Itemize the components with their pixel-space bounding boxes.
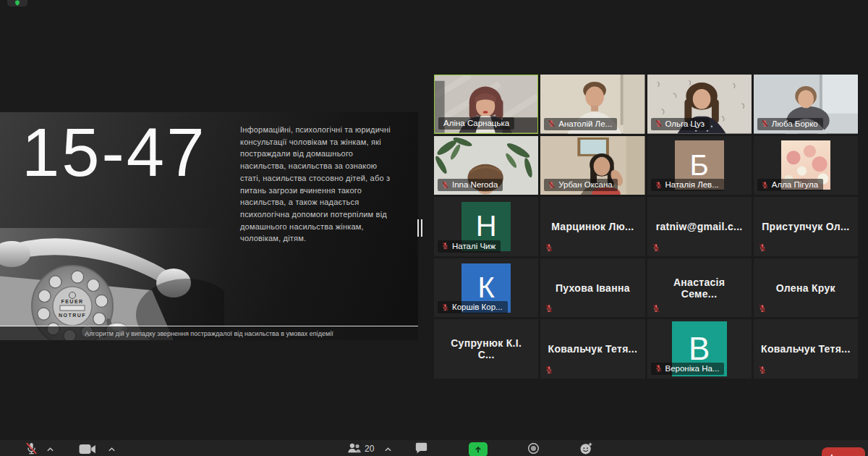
participant-name: Аліна Сарнацька <box>443 119 509 127</box>
participant-name: Олена Крук <box>754 258 858 318</box>
participant-name: Алла Пігула <box>772 180 818 189</box>
participants-count: 20 <box>365 444 374 454</box>
muted-mic-icon <box>655 364 663 372</box>
name-label: Алла Пігула <box>757 179 823 191</box>
hotline-number: 15-47 <box>22 112 206 194</box>
participant-name: Вероніка На... <box>665 364 720 373</box>
rotary-phone-image: FEUER NOTRUF <box>0 228 224 340</box>
name-label: Наталі Чиж <box>438 240 501 253</box>
participant-name: ratniw@gmail.c... <box>647 197 752 256</box>
participant-tile[interactable]: Приступчук Ол... <box>754 197 858 256</box>
muted-mic-icon <box>545 304 553 313</box>
name-label: Ольга Цуз <box>651 118 710 130</box>
participant-tile[interactable]: ratniw@gmail.c... <box>647 197 752 256</box>
video-options-chevron[interactable] <box>108 447 116 452</box>
participant-tile[interactable]: Аліна Сарнацька <box>434 75 538 134</box>
participant-tile[interactable]: Анатолій Ле... <box>540 75 644 134</box>
muted-mic-icon <box>441 181 449 189</box>
participant-tile[interactable]: Б Наталія Лев... <box>647 136 752 195</box>
muted-mic-icon <box>758 366 767 374</box>
muted-mic-icon <box>655 119 663 127</box>
security-badge[interactable] <box>7 0 27 7</box>
participant-name: Люба Борко <box>772 119 818 128</box>
muted-mic-icon <box>548 181 556 189</box>
participant-tile[interactable]: Inna Neroda <box>434 136 538 195</box>
name-label: Урбан Оксана <box>544 179 617 191</box>
name-label: Вероніка На... <box>651 363 725 375</box>
participant-tile[interactable]: Н Наталі Чиж <box>434 197 538 256</box>
muted-mic-icon <box>441 303 449 311</box>
participant-name: Ольга Цуз <box>665 119 705 128</box>
reactions-button[interactable] <box>579 442 593 455</box>
muted-mic-icon <box>758 304 767 313</box>
avatar-letter: Н <box>476 210 497 242</box>
participant-name: Супрунюк К.І. С... <box>434 319 538 379</box>
participant-tile[interactable]: Олена Крук <box>754 258 858 318</box>
participant-tile[interactable]: Супрунюк К.І. С... <box>434 319 538 379</box>
participant-tile[interactable]: Ольга Цуз <box>647 75 752 134</box>
muted-mic-icon <box>652 243 660 252</box>
participant-tile[interactable]: Урбан Оксана <box>540 136 644 195</box>
participant-name: Приступчук Ол... <box>754 197 858 256</box>
name-label: Люба Борко <box>757 118 823 130</box>
participant-name: Марцинюк Лю... <box>540 197 644 256</box>
participant-name: Ковальчук Тетя... <box>540 319 644 379</box>
muted-mic-icon <box>761 181 769 189</box>
participant-tile[interactable]: Алла Пігула <box>754 136 858 195</box>
participant-tile[interactable]: К Коршів Кор... <box>434 258 538 318</box>
participant-tile[interactable]: Марцинюк Лю... <box>540 197 644 256</box>
participant-name: Пухова Іванна <box>540 258 644 318</box>
muted-mic-icon <box>652 304 660 313</box>
zoom-meeting-window: 15-47 Інформаційні, психологічні та юрид… <box>0 0 868 456</box>
name-label: Аліна Сарнацька <box>438 117 514 130</box>
shared-screen-slide: 15-47 Інформаційні, психологічні та юрид… <box>0 112 418 340</box>
share-screen-button[interactable] <box>469 442 488 456</box>
leave-button[interactable]: Leave <box>822 447 865 456</box>
phone-dial-label-bottom: NOTRUF <box>59 313 86 318</box>
name-label: Анатолій Ле... <box>544 118 617 130</box>
slide-caption: Алгоритм дій у випадку звернення постраж… <box>0 326 418 340</box>
participant-name: Наталія Лев... <box>665 180 719 189</box>
muted-mic-icon <box>548 119 556 127</box>
participants-chevron[interactable] <box>384 447 392 452</box>
audio-options-chevron[interactable] <box>46 447 54 452</box>
participant-name: Коршів Кор... <box>452 303 503 311</box>
panel-resize-handle[interactable] <box>417 219 422 237</box>
participant-tile[interactable]: Пухова Іванна <box>540 258 644 318</box>
participants-grid: Аліна Сарнацька Анатолій Ле... <box>434 75 858 379</box>
name-label: Наталія Лев... <box>651 179 724 191</box>
shield-icon <box>14 0 20 6</box>
chat-button[interactable] <box>414 442 428 455</box>
participant-name: Ковальчук Тетя... <box>754 319 858 379</box>
participant-tile[interactable]: В Вероніка На... <box>647 319 752 379</box>
participants-button[interactable] <box>346 442 362 454</box>
participant-name: Наталі Чиж <box>452 242 495 250</box>
slide-paragraph: Інформаційні, психологічні та юридичні к… <box>240 124 393 245</box>
muted-mic-icon <box>441 242 449 250</box>
avatar-letter: К <box>477 271 494 304</box>
avatar-letter: Б <box>690 149 709 182</box>
avatar-letter: В <box>689 331 710 367</box>
participant-name: Анатолій Ле... <box>558 119 612 128</box>
camera-button[interactable] <box>78 444 97 455</box>
muted-mic-icon <box>761 119 769 127</box>
participant-tile[interactable]: Ковальчук Тетя... <box>540 319 644 379</box>
participant-name: Урбан Оксана <box>558 180 612 189</box>
muted-mic-icon <box>655 181 663 189</box>
muted-mic-icon <box>545 243 553 252</box>
mute-button[interactable] <box>25 442 38 455</box>
muted-mic-icon <box>758 243 767 252</box>
meeting-toolbar: 20 Leave <box>0 440 868 456</box>
share-arrow-icon <box>474 445 482 454</box>
participant-name: Inna Neroda <box>452 180 498 189</box>
name-label: Inna Neroda <box>438 179 503 191</box>
participant-name: Анастасія Семе... <box>647 258 752 318</box>
record-button[interactable] <box>527 442 540 455</box>
phone-dial-label-top: FEUER <box>61 299 83 304</box>
participant-tile[interactable]: Анастасія Семе... <box>647 258 752 318</box>
participant-tile[interactable]: Ковальчук Тетя... <box>754 319 858 379</box>
muted-mic-icon <box>545 366 553 374</box>
participant-tile[interactable]: Люба Борко <box>754 75 858 134</box>
name-label: Коршів Кор... <box>438 301 508 313</box>
